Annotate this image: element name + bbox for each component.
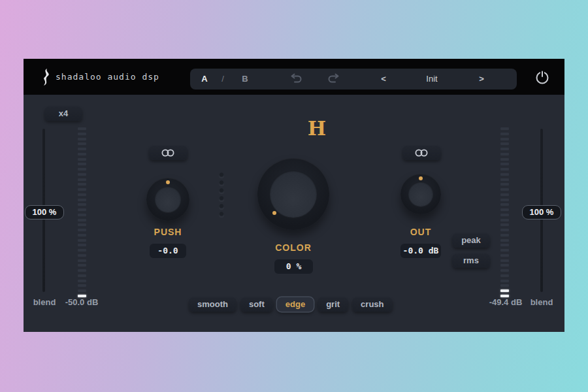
mode-button-grit[interactable]: grit (318, 297, 348, 312)
out-label: OUT (395, 227, 447, 237)
top-bar: shadaloo audio dsp A / B < Init > (24, 59, 564, 95)
meter-segment (78, 274, 86, 277)
power-icon[interactable] (534, 69, 550, 85)
meter-segment (500, 284, 509, 287)
meter-segment (500, 142, 509, 145)
meter-readout-left: -50.0 dB (62, 297, 101, 307)
meter-segment (500, 259, 509, 262)
peak-button[interactable]: peak (452, 233, 490, 248)
push-label: PUSH (142, 227, 194, 237)
meter-segment (78, 127, 86, 130)
out-knob-indicator (419, 176, 423, 180)
out-knob[interactable] (400, 174, 441, 214)
meter-segment (500, 208, 509, 211)
ab-divider: / (218, 69, 228, 90)
led-dot (219, 204, 224, 209)
meter-segment (78, 249, 86, 252)
mode-row: smoothsoftedgegritcrush (189, 297, 393, 312)
color-label: COLOR (267, 242, 319, 253)
blend-label-right: blend (525, 297, 558, 307)
meter-segment (500, 264, 509, 267)
preset-name[interactable]: Init (412, 69, 451, 90)
color-knob[interactable] (257, 158, 329, 230)
meter-segment (78, 158, 86, 161)
blend-value-right[interactable]: 100 % (522, 205, 561, 220)
meter-segment (78, 203, 86, 206)
meter-segment (500, 188, 509, 191)
meter-segment (78, 142, 86, 145)
meter-segment (500, 239, 509, 242)
push-value[interactable]: -0.0 (150, 244, 186, 258)
led-dot (219, 212, 224, 217)
meter-segment (500, 133, 509, 135)
meter-segment (78, 178, 86, 181)
meter-segment (78, 173, 86, 176)
meter-segment (78, 214, 86, 216)
meter-segment (500, 203, 509, 206)
meter-segment (78, 148, 86, 150)
mode-button-smooth[interactable]: smooth (189, 297, 237, 312)
meter-segment (500, 178, 509, 181)
meter-segment (78, 183, 86, 186)
input-meter-left (78, 127, 86, 297)
h-logo-icon: H (302, 119, 331, 139)
meter-segment (500, 229, 509, 231)
ab-slot-b-button[interactable]: B (238, 69, 252, 90)
meter-segment (500, 193, 509, 196)
mode-button-soft[interactable]: soft (240, 297, 273, 312)
meter-segment (78, 280, 86, 282)
push-knob-indicator (166, 180, 170, 184)
meter-readout-right: -49.4 dB (485, 297, 526, 307)
meter-segment (78, 229, 86, 231)
meter-segment (78, 133, 86, 135)
led-dot (219, 196, 224, 201)
meter-segment (78, 223, 86, 226)
meter-segment (500, 269, 509, 272)
ab-slot-a-button[interactable]: A (198, 69, 211, 90)
meter-segment (78, 244, 86, 246)
push-knob[interactable] (146, 178, 189, 221)
meter-segment (78, 234, 86, 237)
toolbar: A / B < Init > (190, 69, 517, 90)
meter-segment (78, 254, 86, 257)
meter-segment (78, 239, 86, 242)
meter-segment (78, 208, 86, 211)
oversample-button[interactable]: x4 (44, 106, 82, 121)
blend-value-left[interactable]: 100 % (25, 205, 64, 220)
meter-segment (500, 199, 509, 201)
meter-segment (500, 138, 509, 140)
brand-title: shadaloo audio dsp (56, 59, 159, 95)
meter-segment (78, 284, 86, 287)
meter-segment (78, 168, 86, 171)
meter-segment (78, 138, 86, 140)
out-value[interactable]: -0.0 dB (400, 244, 441, 258)
meter-segment (78, 289, 86, 292)
meter-segment (78, 259, 86, 262)
meter-segment (500, 173, 509, 176)
meter-segment (78, 153, 86, 155)
undo-icon[interactable] (288, 73, 302, 85)
meter-segment (500, 254, 509, 257)
plugin-window: shadaloo audio dsp A / B < Init > x4 100 (24, 59, 564, 332)
meter-segment (78, 264, 86, 267)
rms-button[interactable]: rms (452, 253, 490, 268)
mode-button-crush[interactable]: crush (352, 297, 392, 312)
link-button-push[interactable] (149, 146, 188, 160)
meter-segment (500, 249, 509, 252)
redo-icon[interactable] (327, 73, 342, 85)
meter-segment (500, 163, 509, 165)
meter-segment (500, 168, 509, 171)
preset-prev-button[interactable]: < (377, 69, 390, 90)
meter-segment (500, 244, 509, 246)
color-value[interactable]: 0 % (274, 259, 313, 274)
meter-segment (500, 280, 509, 282)
meter-segment (78, 193, 86, 196)
preset-next-button[interactable]: > (475, 69, 488, 90)
meter-segment (500, 183, 509, 186)
link-button-out[interactable] (402, 146, 441, 160)
meter-segment (78, 188, 86, 191)
meter-segment (500, 127, 509, 130)
mode-button-edge[interactable]: edge (277, 297, 314, 312)
meter-segment (78, 199, 86, 201)
chain-link-icon (402, 146, 441, 160)
